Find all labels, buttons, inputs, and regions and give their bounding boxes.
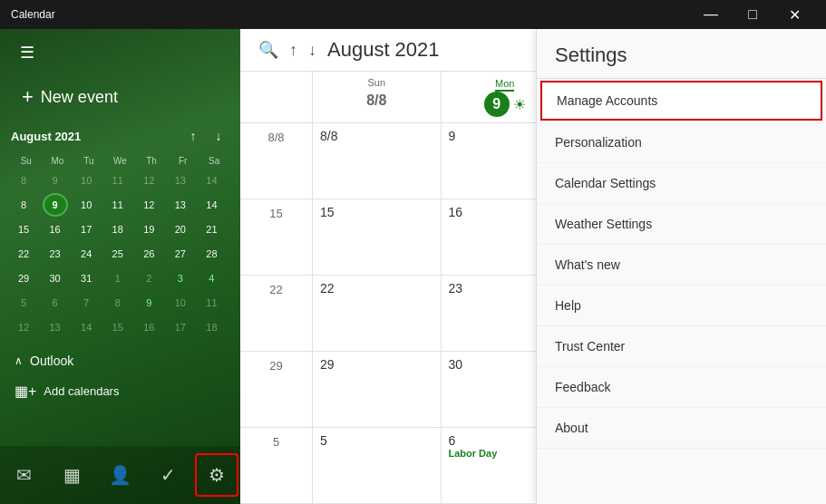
mini-cal-day[interactable]: 24 (73, 242, 99, 266)
mini-cal-day[interactable]: 31 (73, 267, 99, 290)
mini-cal-day[interactable]: 13 (43, 315, 68, 339)
mini-cal-day-header: Tu (73, 154, 104, 168)
mini-cal-day[interactable]: 10 (73, 193, 99, 217)
mini-cal-nav: ↑ ↓ (182, 125, 229, 147)
mini-cal-day[interactable]: 9 (43, 169, 68, 192)
mini-cal-day[interactable]: 22 (11, 242, 36, 266)
settings-item-manage-accounts[interactable]: Manage Accounts (540, 81, 822, 121)
new-event-button[interactable]: + New event (15, 80, 125, 114)
mini-cal-day[interactable]: 8 (11, 169, 36, 192)
mini-cal-day[interactable]: 26 (136, 242, 161, 266)
cal-cell[interactable]: 15 (313, 199, 442, 275)
outlook-header[interactable]: ∧ Outlook (15, 354, 226, 368)
close-button[interactable]: ✕ (773, 0, 815, 29)
mini-cal-day[interactable]: 12 (136, 193, 161, 217)
mini-cal-day[interactable]: 15 (105, 315, 131, 339)
mini-cal-day[interactable]: 17 (168, 315, 193, 339)
bottom-nav: ✉▦👤✓⚙ (0, 446, 240, 504)
cal-cell-date: 15 (320, 205, 433, 219)
settings-item-what's-new[interactable]: What's new (537, 245, 826, 286)
mini-cal-day[interactable]: 11 (199, 291, 224, 315)
nav-settings-button[interactable]: ⚙ (195, 453, 238, 497)
cal-prev-button[interactable]: ↑ (289, 41, 297, 60)
nav-people-button[interactable]: 👤 (99, 453, 142, 497)
weather-icon: ☀ (513, 96, 526, 113)
settings-item-personalization[interactable]: Personalization (537, 122, 826, 163)
mini-cal-day[interactable]: 1 (105, 267, 131, 290)
mini-cal-day[interactable]: 14 (199, 169, 224, 192)
mini-cal-day[interactable]: 10 (73, 169, 99, 192)
nav-tasks-button[interactable]: ✓ (147, 453, 190, 497)
mini-cal-day[interactable]: 7 (73, 291, 99, 315)
mini-calendar: August 2021 ↑ ↓ SuMoTuWeThFrSa8910111213… (0, 118, 240, 346)
mini-cal-day[interactable]: 5 (11, 291, 36, 315)
cal-cell[interactable]: 5 (313, 428, 442, 503)
mini-cal-day[interactable]: 8 (11, 193, 36, 217)
hamburger-button[interactable]: ☰ (11, 36, 44, 69)
settings-item-about[interactable]: About (537, 408, 826, 449)
mini-cal-day[interactable]: 8 (105, 291, 131, 315)
mini-cal-day[interactable]: 14 (73, 315, 99, 339)
maximize-button[interactable]: □ (732, 0, 773, 29)
window-controls: — □ ✕ (690, 0, 815, 29)
mini-cal-day[interactable]: 18 (199, 315, 224, 339)
mini-cal-day[interactable]: 25 (105, 242, 131, 266)
settings-item-trust-center[interactable]: Trust Center (537, 326, 826, 367)
mini-cal-day[interactable]: 9 (43, 193, 68, 217)
mini-cal-day[interactable]: 9 (136, 291, 161, 315)
add-calendars-button[interactable]: ▦+ Add calendars (0, 375, 240, 407)
mini-cal-day[interactable]: 11 (105, 193, 131, 217)
mini-cal-day[interactable]: 28 (199, 242, 224, 266)
mini-cal-prev[interactable]: ↑ (182, 125, 204, 147)
mini-cal-day[interactable]: 30 (43, 267, 68, 290)
mini-cal-day[interactable]: 4 (199, 267, 224, 290)
mini-cal-day[interactable]: 12 (11, 315, 36, 339)
settings-item-help[interactable]: Help (537, 286, 826, 326)
mini-cal-day[interactable]: 16 (136, 315, 161, 339)
nav-mail-button[interactable]: ✉ (3, 453, 46, 497)
cal-cell-date: 29 (320, 357, 433, 372)
mini-cal-day[interactable]: 12 (136, 169, 161, 192)
mini-cal-day-header: We (105, 154, 136, 168)
mini-cal-day[interactable]: 21 (199, 218, 224, 241)
chevron-down-icon: ∧ (15, 354, 23, 367)
cal-next-button[interactable]: ↓ (308, 41, 316, 60)
add-calendars-label: Add calendars (44, 384, 119, 398)
minimize-button[interactable]: — (690, 0, 732, 29)
mini-cal-day[interactable]: 2 (136, 267, 161, 290)
mini-cal-day[interactable]: 17 (73, 218, 99, 241)
mini-cal-day[interactable]: 6 (43, 291, 68, 315)
settings-panel: Settings Manage AccountsPersonalizationC… (536, 29, 826, 504)
mini-cal-day[interactable]: 10 (168, 291, 193, 315)
mini-cal-day[interactable]: 29 (11, 267, 36, 290)
mini-cal-grid: SuMoTuWeThFrSa89101112131489101112131415… (11, 154, 229, 339)
cal-cell[interactable]: 22 (313, 276, 442, 351)
mini-cal-day[interactable]: 16 (43, 218, 68, 241)
mini-cal-day[interactable]: 11 (105, 169, 131, 192)
settings-item-calendar-settings[interactable]: Calendar Settings (537, 163, 826, 204)
mini-cal-day[interactable]: 14 (199, 193, 224, 217)
cal-month-title: August 2021 (327, 38, 440, 62)
mini-cal-day[interactable]: 20 (168, 218, 193, 241)
mini-cal-day[interactable]: 3 (168, 267, 193, 290)
search-button[interactable]: 🔍 (258, 40, 278, 60)
nav-calendar-button[interactable]: ▦ (51, 453, 94, 497)
col-day-name: Mon (495, 78, 514, 92)
cal-week-num: 15 (240, 199, 313, 275)
mini-cal-day[interactable]: 18 (105, 218, 131, 241)
mini-cal-next[interactable]: ↓ (208, 125, 229, 147)
mini-cal-day[interactable]: 27 (168, 242, 193, 266)
cal-cell[interactable]: 29 (313, 352, 442, 427)
outlook-label: Outlook (30, 354, 73, 368)
col-date-row: 8/8 (320, 88, 433, 113)
mini-cal-day[interactable]: 15 (11, 218, 36, 241)
mini-cal-header: August 2021 ↑ ↓ (11, 125, 229, 147)
mini-cal-day[interactable]: 23 (43, 242, 68, 266)
mini-cal-day[interactable]: 13 (168, 193, 193, 217)
settings-item-feedback[interactable]: Feedback (537, 367, 826, 408)
mini-cal-day[interactable]: 19 (136, 218, 161, 241)
settings-item-weather-settings[interactable]: Weather Settings (537, 204, 826, 245)
plus-icon: + (22, 85, 34, 109)
cal-cell[interactable]: 8/8 (313, 123, 442, 199)
mini-cal-day[interactable]: 13 (168, 169, 193, 192)
